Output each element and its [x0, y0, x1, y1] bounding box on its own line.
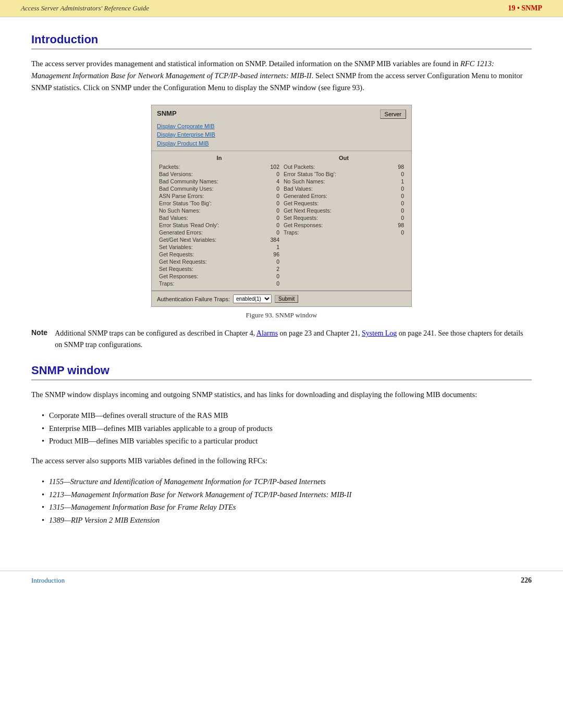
list-item: 1389—RIP Version 2 MIB Extension: [42, 514, 532, 527]
snmp-in-row: Bad Values:0: [157, 214, 282, 221]
intro-text-before: The access server provides management an…: [31, 59, 460, 68]
note-text: Additional SNMP traps can be configured …: [55, 328, 532, 351]
snmp-row-value: 0: [264, 280, 279, 287]
snmp-row-label: Get Responses:: [159, 273, 198, 279]
rfc-bullets: 1155—Structure and Identification of Man…: [42, 475, 532, 527]
list-item: 1213—Management Information Base for Net…: [42, 488, 532, 501]
note-link-syslog[interactable]: System Log: [362, 329, 397, 337]
snmp-row-label: Generated Errors:: [159, 229, 203, 236]
snmp-in-header: In: [157, 153, 282, 163]
note-text-mid: on page 23 and Chapter 21,: [278, 329, 362, 337]
snmp-out-row: Get Next Requests:0: [282, 207, 406, 214]
note-link-alarms[interactable]: Alarms: [256, 329, 278, 337]
snmp-columns: In Packets:102Bad Versions:0Bad Communit…: [152, 151, 411, 290]
snmp-row-value: 0: [264, 186, 279, 192]
header-bar: Access Server Administrators' Reference …: [0, 0, 563, 17]
snmp-out-row: Get Responses:98: [282, 221, 406, 229]
snmp-row-label: Traps:: [159, 280, 174, 287]
snmp-row-value: 0: [264, 193, 279, 199]
header-right: 19 • SNMP: [508, 4, 542, 13]
snmp-in-row: Get Responses:0: [157, 273, 282, 280]
snmp-row-value: 0: [264, 229, 279, 236]
snmp-row-label: Get Responses:: [284, 222, 323, 228]
snmp-row-label: Bad Values:: [159, 215, 188, 221]
snmp-in-rows: Packets:102Bad Versions:0Bad Community N…: [157, 163, 282, 287]
snmp-in-row: ASN Parse Errors:0: [157, 192, 282, 200]
snmp-in-row: Error Status 'Read Only':0: [157, 221, 282, 229]
snmp-row-label: Generated Errors:: [284, 193, 327, 199]
snmp-title-bar: SNMP Server: [152, 105, 411, 121]
page-content: Introduction The access server provides …: [0, 17, 563, 555]
screenshot-container: SNMP Server Display Corporate MIB Displa…: [31, 105, 532, 320]
snmp-out-row: Set Requests:0: [282, 214, 406, 221]
snmp-row-label: Error Status 'Read Only':: [159, 222, 219, 228]
snmp-row-value: 1: [388, 178, 404, 184]
snmp-row-value: 102: [264, 164, 279, 170]
note-text-before: Additional SNMP traps can be configured …: [55, 329, 256, 337]
snmp-row-label: Get Requests:: [284, 200, 319, 206]
snmp-out-rows: Out Packets:98Error Status 'Too Big':0No…: [282, 163, 406, 236]
snmp-row-label: Error Status 'Too Big':: [159, 200, 212, 206]
snmp-in-row: Traps:0: [157, 280, 282, 287]
snmp-row-label: Get/Get Next Variables:: [159, 237, 216, 243]
snmp-row-value: 384: [264, 237, 279, 243]
snmp-in-col: In Packets:102Bad Versions:0Bad Communit…: [157, 153, 282, 287]
note-block: Note Additional SNMP traps can be config…: [31, 328, 532, 351]
snmp-out-row: Out Packets:98: [282, 163, 406, 170]
snmp-submit-button[interactable]: Submit: [275, 295, 298, 303]
note-label: Note: [31, 328, 47, 337]
snmp-server-button[interactable]: Server: [380, 109, 406, 119]
snmp-row-value: 0: [264, 215, 279, 221]
snmp-row-value: 1: [264, 244, 279, 250]
snmp-row-label: Error Status 'Too Big':: [284, 171, 336, 177]
snmp-row-value: 0: [388, 200, 404, 206]
snmp-link-product[interactable]: Display Product MIB: [157, 139, 406, 148]
snmp-out-row: Error Status 'Too Big':0: [282, 170, 406, 178]
snmp-window-paragraph: The SNMP window displays incoming and ou…: [31, 389, 532, 401]
snmp-row-value: 0: [264, 200, 279, 206]
snmp-row-label: Get Next Requests:: [284, 207, 332, 214]
snmp-in-row: No Such Names:0: [157, 207, 282, 214]
snmp-out-header: Out: [282, 153, 406, 163]
snmp-title: SNMP: [157, 109, 177, 117]
snmp-link-enterprise[interactable]: Display Enterprise MIB: [157, 130, 406, 139]
snmp-row-label: Get Requests:: [159, 251, 194, 257]
snmp-link-corporate[interactable]: Display Corporate MIB: [157, 122, 406, 131]
snmp-row-label: Get Next Requests:: [159, 258, 207, 265]
intro-paragraph: The access server provides management an…: [31, 58, 532, 94]
snmp-out-row: Get Requests:0: [282, 200, 406, 207]
snmp-footer: Authentication Failure Traps: enabled(1)…: [152, 291, 411, 306]
snmp-row-value: 0: [388, 171, 404, 177]
snmp-row-value: 2: [264, 266, 279, 272]
snmp-in-row: Bad Community Uses:0: [157, 185, 282, 192]
snmp-row-value: 0: [264, 258, 279, 265]
snmp-row-value: 0: [264, 273, 279, 279]
figure-caption: Figure 93. SNMP window: [246, 311, 317, 319]
list-item: Enterprise MIB—defines MIB variables app…: [42, 422, 532, 435]
snmp-row-label: Bad Versions:: [159, 171, 193, 177]
intro-heading: Introduction: [31, 33, 532, 50]
snmp-in-row: Bad Community Names:4: [157, 178, 282, 185]
snmp-auth-trap-select[interactable]: enabled(1) disabled(0): [233, 294, 272, 303]
snmp-out-row: Bad Values:0: [282, 185, 406, 192]
snmp-row-value: 0: [388, 207, 404, 214]
snmp-row-label: Out Packets:: [284, 164, 315, 170]
snmp-row-value: 0: [388, 193, 404, 199]
footer-left: Introduction: [31, 576, 65, 585]
snmp-row-label: Set Requests:: [159, 266, 193, 272]
list-item: Corporate MIB—defines overall structure …: [42, 409, 532, 422]
snmp-in-row: Generated Errors:0: [157, 229, 282, 236]
list-item: Product MIB—defines MIB variables specif…: [42, 435, 532, 448]
list-item: 1315—Management Information Base for Fra…: [42, 501, 532, 514]
header-left: Access Server Administrators' Reference …: [21, 4, 149, 13]
mib-bullets: Corporate MIB—defines overall structure …: [42, 409, 532, 448]
snmp-out-col: Out Out Packets:98Error Status 'Too Big'…: [282, 153, 406, 287]
snmp-in-row: Get Next Requests:0: [157, 258, 282, 265]
snmp-row-label: ASN Parse Errors:: [159, 193, 204, 199]
snmp-in-row: Get/Get Next Variables:384: [157, 236, 282, 243]
snmp-row-value: 96: [264, 251, 279, 257]
snmp-in-row: Set Requests:2: [157, 265, 282, 273]
snmp-links-block: Display Corporate MIB Display Enterprise…: [152, 121, 411, 151]
snmp-in-row: Packets:102: [157, 163, 282, 170]
snmp-row-label: Set Variables:: [159, 244, 193, 250]
